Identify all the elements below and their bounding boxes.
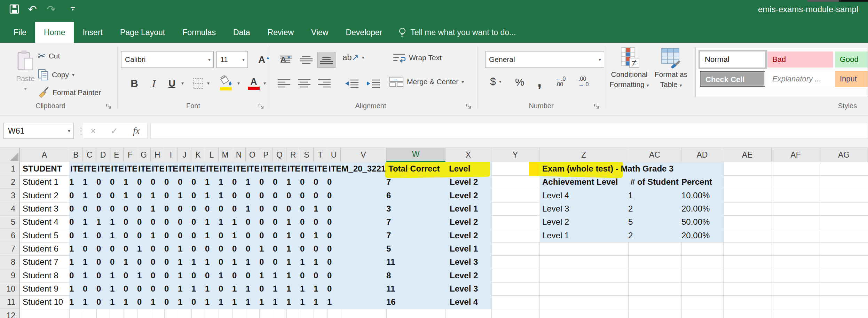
middle-align-button[interactable]: [297, 52, 315, 68]
cell-item-score[interactable]: 1: [151, 189, 164, 202]
cell-item-header[interactable]: ITE: [124, 162, 137, 175]
cell-item-score[interactable]: 0: [191, 242, 205, 255]
merge-center-button[interactable]: ↔ Merge & Center ▾: [389, 76, 464, 87]
cell-level[interactable]: Level 1: [450, 202, 478, 215]
cell-item-score[interactable]: 0: [191, 295, 205, 309]
cell-item-score[interactable]: 0: [259, 229, 273, 242]
cell-item-score[interactable]: 1: [259, 295, 273, 309]
cell-item-header[interactable]: ITE: [164, 162, 178, 175]
cell-item-score[interactable]: 0: [96, 202, 110, 215]
cell-item-score[interactable]: 1: [83, 229, 96, 242]
column-header-w[interactable]: W: [386, 148, 445, 162]
cell-student-name[interactable]: Student 8: [20, 269, 69, 282]
increase-decimal-button[interactable]: ←←.0.0 .00: [555, 76, 566, 87]
tab-review[interactable]: Review: [259, 22, 302, 43]
cancel-icon[interactable]: ×: [90, 126, 96, 136]
row-header-5[interactable]: 5: [0, 215, 20, 229]
cell-num-students[interactable]: 5: [628, 215, 681, 229]
cell-item-score[interactable]: 1: [124, 189, 137, 202]
cell-item-score[interactable]: 0: [246, 229, 259, 242]
column-header-d[interactable]: D: [96, 148, 110, 162]
cell-item-score[interactable]: 0: [110, 242, 124, 255]
cell-item-score[interactable]: 0: [327, 202, 341, 215]
column-header-u[interactable]: U: [327, 148, 341, 162]
cell-item-score[interactable]: 0: [124, 242, 137, 255]
cell-item-score[interactable]: 0: [110, 255, 124, 269]
row-header-3[interactable]: 3: [0, 189, 20, 202]
cell-item-score[interactable]: 0: [327, 175, 341, 189]
column-header-h[interactable]: H: [151, 148, 164, 162]
cell-total-correct[interactable]: 11: [386, 282, 445, 295]
cell-item-score[interactable]: 0: [164, 189, 178, 202]
cell-item-score[interactable]: 0: [300, 202, 314, 215]
cell-item-header[interactable]: ITE: [178, 162, 191, 175]
cell-item-score[interactable]: 1: [273, 295, 286, 309]
cell-item-score[interactable]: 1: [232, 255, 246, 269]
cell-item-score[interactable]: 0: [205, 202, 219, 215]
cell-achievement-level[interactable]: Level 1: [542, 229, 569, 242]
cell-student-name[interactable]: Student 9: [20, 282, 69, 295]
cell-item-score[interactable]: 1: [151, 202, 164, 215]
cell-item-score[interactable]: 0: [273, 229, 286, 242]
orientation-button[interactable]: ab↗ ▾: [342, 53, 364, 62]
save-button[interactable]: [8, 3, 20, 15]
column-header-ac[interactable]: AC: [628, 148, 681, 162]
cell-item-score[interactable]: 0: [69, 189, 83, 202]
column-header-n[interactable]: N: [232, 148, 246, 162]
cell-item-score[interactable]: 1: [110, 295, 124, 309]
cell-item-score[interactable]: 0: [191, 229, 205, 242]
cell-item-score[interactable]: 1: [286, 255, 300, 269]
cell-level[interactable]: Level 1: [450, 242, 478, 255]
clipboard-dialog-launcher[interactable]: [105, 103, 112, 110]
cell-item-score[interactable]: 0: [246, 215, 259, 229]
cell-item-score[interactable]: 0: [124, 229, 137, 242]
cell-item-score[interactable]: 0: [273, 202, 286, 215]
decrease-decimal-button[interactable]: .00 →.0: [578, 76, 589, 87]
cell-item-score[interactable]: 0: [259, 255, 273, 269]
cell-item-header[interactable]: ITE: [191, 162, 205, 175]
cell-item-header[interactable]: ITE: [137, 162, 151, 175]
enter-icon[interactable]: ✓: [111, 126, 118, 136]
cell-student-name[interactable]: Student 10: [20, 295, 69, 309]
cell-item-score[interactable]: 0: [327, 255, 341, 269]
cell-item-score[interactable]: 0: [300, 269, 314, 282]
tab-insert[interactable]: Insert: [74, 22, 111, 43]
cell-item-score[interactable]: 1: [205, 295, 219, 309]
cell-item-score[interactable]: 1: [300, 282, 314, 295]
cell-item-score[interactable]: 1: [137, 242, 151, 255]
cell-item-score[interactable]: 1: [286, 282, 300, 295]
cell-item-header[interactable]: ITE: [273, 162, 286, 175]
cell-total-correct[interactable]: 6: [386, 189, 445, 202]
cell-item-score[interactable]: 1: [300, 255, 314, 269]
cell-item-score[interactable]: 1: [178, 189, 191, 202]
cell-student-header[interactable]: STUDENT: [20, 162, 69, 175]
cell-item-score[interactable]: 1: [110, 269, 124, 282]
cell-item-header[interactable]: ITE: [219, 162, 232, 175]
borders-caret-icon[interactable]: ▾: [207, 80, 210, 86]
cell-item-score[interactable]: 1: [137, 269, 151, 282]
cell-item-score[interactable]: 0: [110, 175, 124, 189]
cell-level[interactable]: Level 2: [450, 175, 478, 189]
column-header-o[interactable]: O: [246, 148, 259, 162]
formula-input[interactable]: [150, 123, 868, 139]
cell-item-score[interactable]: 1: [259, 242, 273, 255]
cell-item-score[interactable]: 1: [205, 175, 219, 189]
increase-indent-button[interactable]: [364, 75, 383, 92]
cell-level[interactable]: Level 2: [450, 229, 478, 242]
cell-item-score[interactable]: 1: [246, 282, 259, 295]
cell-item-score[interactable]: 0: [137, 215, 151, 229]
cell-item-score[interactable]: 0: [137, 229, 151, 242]
format-as-table-button[interactable]: Format as Table ▾: [652, 47, 691, 90]
cell-item-score[interactable]: 1: [300, 295, 314, 309]
customize-quick-access-button[interactable]: ▾: [67, 6, 79, 18]
cell-item-score[interactable]: 0: [327, 242, 341, 255]
cell-item-score[interactable]: 0: [164, 215, 178, 229]
cell-level[interactable]: Level 3: [450, 282, 478, 295]
cell-level[interactable]: Level 2: [450, 269, 478, 282]
column-header-b[interactable]: B: [69, 148, 83, 162]
cell-item-score[interactable]: 0: [300, 215, 314, 229]
cell-item-score[interactable]: 0: [205, 269, 219, 282]
cell-item-score[interactable]: 0: [327, 282, 341, 295]
cell-item-score[interactable]: 1: [286, 215, 300, 229]
cell-item-score[interactable]: 1: [178, 282, 191, 295]
